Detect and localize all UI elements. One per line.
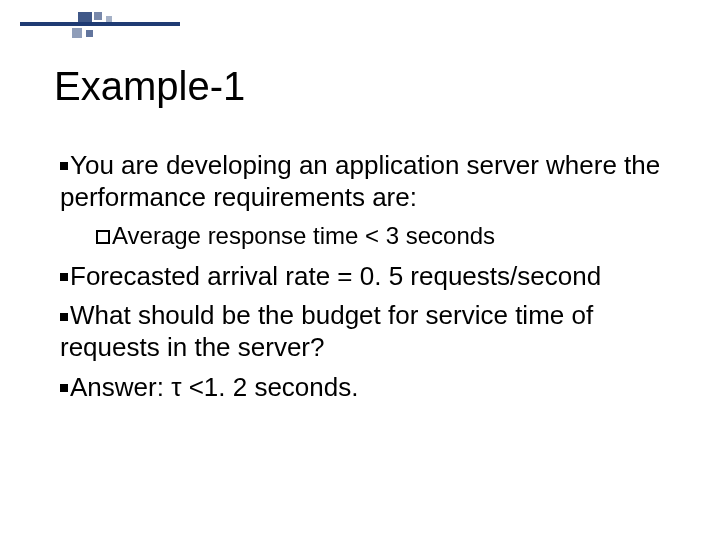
decor-square [106, 16, 112, 22]
square-bullet-icon [60, 313, 68, 321]
decor-square [86, 30, 93, 37]
bullet-text: You are developing an application server… [60, 150, 660, 212]
slide-body: You are developing an application server… [60, 150, 672, 412]
bullet-text: Forecasted arrival rate = 0. 5 requests/… [70, 261, 601, 291]
sub-bullet-text: Average response time < 3 seconds [112, 222, 495, 249]
decor-square [72, 28, 82, 38]
bullet-item: You are developing an application server… [60, 150, 672, 213]
accent-bar [20, 22, 180, 26]
bullet-item: Forecasted arrival rate = 0. 5 requests/… [60, 261, 672, 293]
square-bullet-icon [60, 162, 68, 170]
slide-decoration [20, 12, 180, 48]
bullet-text: Answer: τ <1. 2 seconds. [70, 372, 358, 402]
slide-title: Example-1 [54, 64, 245, 109]
slide: Example-1 You are developing an applicat… [0, 0, 720, 540]
hollow-square-bullet-icon [96, 230, 110, 244]
sub-bullet-item: Average response time < 3 seconds [96, 221, 672, 250]
decor-square [78, 12, 92, 26]
bullet-text: What should be the budget for service ti… [60, 300, 593, 362]
bullet-item: Answer: τ <1. 2 seconds. [60, 372, 672, 404]
bullet-item: What should be the budget for service ti… [60, 300, 672, 363]
square-bullet-icon [60, 384, 68, 392]
decor-square [94, 12, 102, 20]
square-bullet-icon [60, 273, 68, 281]
